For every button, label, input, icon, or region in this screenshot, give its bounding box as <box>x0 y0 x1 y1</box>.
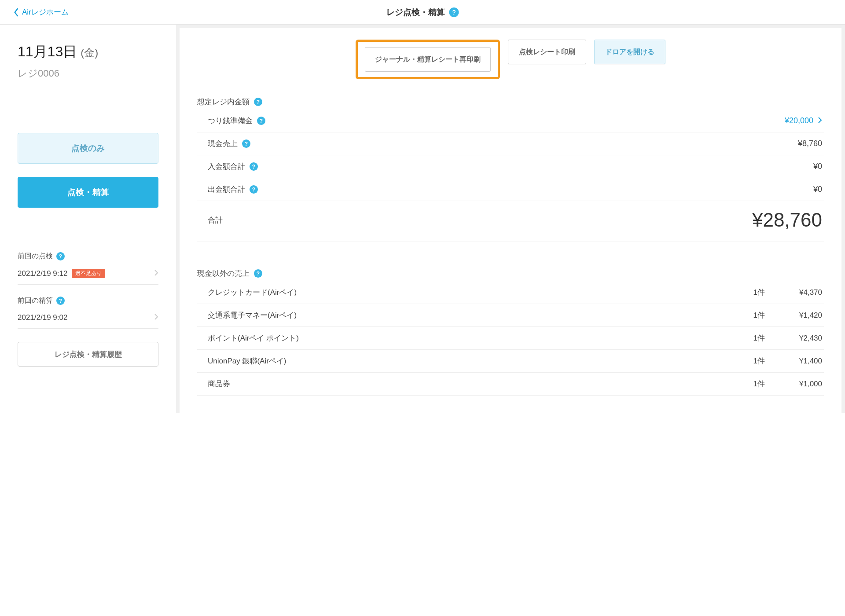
reprint-label: ジャーナル・精算レシート再印刷 <box>375 55 481 64</box>
change-fund-label: つり銭準備金 <box>208 116 253 126</box>
sales-amount: ¥4,370 <box>765 288 822 297</box>
help-icon[interactable]: ? <box>250 185 258 194</box>
help-icon[interactable]: ? <box>257 117 265 125</box>
sales-amount: ¥1,420 <box>765 311 822 320</box>
chevron-right-icon <box>154 313 158 322</box>
back-label: Airレジホーム <box>22 7 69 17</box>
help-icon[interactable]: ? <box>254 269 262 278</box>
sales-name: クレジットカード(Airペイ) <box>208 287 725 297</box>
change-fund-value: ¥20,000 <box>785 116 813 125</box>
sales-row: クレジットカード(Airペイ) 1件 ¥4,370 <box>197 281 824 304</box>
sales-amount: ¥1,000 <box>765 380 822 389</box>
page-title-wrap: レジ点検・精算 ? <box>386 7 459 18</box>
sidebar: 11月13日 (金) レジ0006 点検のみ 点検・精算 前回の点検 ? 202… <box>0 25 176 413</box>
sales-count: 1件 <box>725 287 765 297</box>
inspect-print-button[interactable]: 点検レシート印刷 <box>508 40 586 64</box>
prev-inspect-heading: 前回の点検 ? <box>18 252 158 261</box>
back-button[interactable]: Airレジホーム <box>13 7 69 17</box>
sales-count: 1件 <box>725 333 765 343</box>
history-button[interactable]: レジ点検・精算履歴 <box>18 342 158 367</box>
noncash-section-text: 現金以外の売上 <box>197 268 250 279</box>
inspect-settle-button[interactable]: 点検・精算 <box>18 177 158 208</box>
sales-count: 1件 <box>725 356 765 366</box>
sales-count: 1件 <box>725 379 765 389</box>
register-id: レジ0006 <box>18 67 158 80</box>
inspect-only-button[interactable]: 点検のみ <box>18 133 158 164</box>
sales-name: ポイント(Airペイ ポイント) <box>208 333 725 343</box>
topbar: Airレジホーム レジ点検・精算 ? <box>0 0 845 25</box>
inspect-settle-label: 点検・精算 <box>67 187 109 198</box>
sales-name: UnionPay 銀聯(Airペイ) <box>208 356 725 366</box>
inspect-print-label: 点検レシート印刷 <box>519 48 575 57</box>
help-icon[interactable]: ? <box>56 297 65 305</box>
open-drawer-button[interactable]: ドロアを開ける <box>594 40 665 64</box>
sales-amount: ¥2,430 <box>765 334 822 343</box>
sales-row: 商品券 1件 ¥1,000 <box>197 373 824 396</box>
page-title: レジ点検・精算 <box>386 7 445 18</box>
main: ジャーナル・精算レシート再印刷 点検レシート印刷 ドロアを開ける 想定レジ内金額… <box>180 28 841 413</box>
date-dow: (金) <box>81 46 98 60</box>
prev-settle-time: 2021/2/19 9:02 <box>18 313 67 322</box>
open-drawer-label: ドロアを開ける <box>605 48 654 57</box>
cash-sales-label: 現金売上 <box>208 139 238 149</box>
prev-settle-heading: 前回の精算 ? <box>18 296 158 305</box>
expected-section-heading: 想定レジ内金額 ? <box>197 97 824 107</box>
date-heading: 11月13日 (金) <box>18 42 158 62</box>
sales-row: 交通系電子マネー(Airペイ) 1件 ¥1,420 <box>197 304 824 327</box>
sales-row: ポイント(Airペイ ポイント) 1件 ¥2,430 <box>197 327 824 350</box>
prev-inspect-time: 2021/2/19 9:12 <box>18 269 67 278</box>
help-icon[interactable]: ? <box>56 252 65 260</box>
cash-sales-value: ¥8,760 <box>798 139 822 148</box>
deposits-value: ¥0 <box>813 162 822 171</box>
withdrawals-value: ¥0 <box>813 185 822 194</box>
reprint-button[interactable]: ジャーナル・精算レシート再印刷 <box>365 47 491 72</box>
sales-row: UnionPay 銀聯(Airペイ) 1件 ¥1,400 <box>197 350 824 373</box>
deposits-row: 入金額合計 ? ¥0 <box>197 155 824 178</box>
prev-settle-heading-text: 前回の精算 <box>18 296 53 305</box>
main-wrap: ジャーナル・精算レシート再印刷 点検レシート印刷 ドロアを開ける 想定レジ内金額… <box>176 25 845 413</box>
withdrawals-label: 出金額合計 <box>208 184 245 194</box>
help-icon[interactable]: ? <box>254 98 262 106</box>
sales-amount: ¥1,400 <box>765 357 822 366</box>
prev-inspect-heading-text: 前回の点検 <box>18 252 53 261</box>
prev-settle-row[interactable]: 2021/2/19 9:02 <box>18 307 158 329</box>
expected-total-row: 合計 ¥28,760 <box>197 201 824 242</box>
noncash-section-heading: 現金以外の売上 ? <box>197 268 824 279</box>
sales-name: 商品券 <box>208 379 725 389</box>
sales-name: 交通系電子マネー(Airペイ) <box>208 310 725 320</box>
withdrawals-row: 出金額合計 ? ¥0 <box>197 178 824 201</box>
chevron-right-icon <box>154 269 158 278</box>
chevron-right-icon <box>818 117 822 125</box>
highlighted-reprint: ジャーナル・精算レシート再印刷 <box>356 40 500 79</box>
expected-total-value: ¥28,760 <box>752 209 822 231</box>
help-icon[interactable]: ? <box>250 162 258 171</box>
chevron-left-icon <box>13 7 19 17</box>
toolbar: ジャーナル・精算レシート再印刷 点検レシート印刷 ドロアを開ける <box>197 40 824 79</box>
prev-inspect-row[interactable]: 2021/2/19 9:12 過不足あり <box>18 263 158 285</box>
help-icon[interactable]: ? <box>242 139 250 148</box>
expected-total-label: 合計 <box>208 215 223 225</box>
cash-sales-row: 現金売上 ? ¥8,760 <box>197 132 824 155</box>
deposits-label: 入金額合計 <box>208 161 245 172</box>
history-button-label: レジ点検・精算履歴 <box>55 349 122 359</box>
discrepancy-badge: 過不足あり <box>72 269 105 278</box>
help-icon[interactable]: ? <box>449 7 459 17</box>
inspect-only-label: 点検のみ <box>71 143 105 154</box>
date-main: 11月13日 <box>18 42 77 62</box>
sales-count: 1件 <box>725 310 765 320</box>
expected-section-text: 想定レジ内金額 <box>197 97 250 107</box>
change-fund-row[interactable]: つり銭準備金 ? ¥20,000 <box>197 110 824 132</box>
